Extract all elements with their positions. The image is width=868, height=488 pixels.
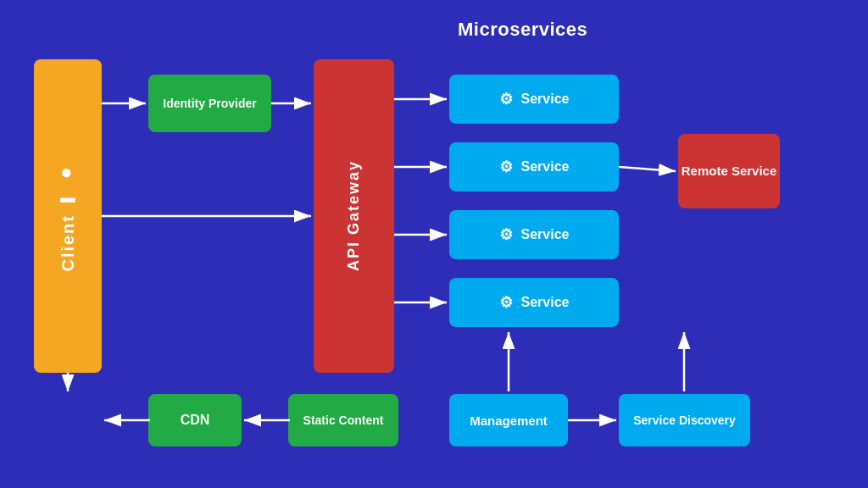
client-person-icon: ●▬ [60,160,75,208]
gear-icon-3: ⚙ [499,225,513,244]
remote-service-label: Remote Service [682,163,777,180]
api-gateway-label: API Gateway [345,160,363,271]
service-box-1: ⚙ Service [449,75,619,124]
gear-icon-1: ⚙ [499,90,513,108]
cdn-label: CDN [181,413,210,428]
gear-icon-2: ⚙ [499,158,513,176]
diagram-container: Microservices ●▬ Client Identity Provide… [0,0,868,488]
service-box-2: ⚙ Service [449,142,619,191]
static-content-box: Static Content [288,394,398,446]
service-box-3: ⚙ Service [449,210,619,259]
microservices-title: Microservices [458,19,587,41]
client-box: ●▬ Client [34,59,102,373]
identity-provider-label: Identity Provider [163,96,256,111]
service-discovery-box: Service Discovery [619,394,750,446]
service-label-1: Service [521,92,570,107]
identity-provider-box: Identity Provider [148,75,271,132]
service-label-2: Service [521,159,570,175]
service-box-4: ⚙ Service [449,278,619,327]
cdn-box: CDN [148,394,242,446]
service-label-4: Service [521,295,570,310]
remote-service-box: Remote Service [678,134,780,208]
management-label: Management [470,413,548,428]
service-discovery-label: Service Discovery [633,413,736,427]
management-box: Management [449,394,568,446]
gear-icon-4: ⚙ [499,293,513,312]
api-gateway-box: API Gateway [314,59,394,373]
arrow-service2-to-remote [619,167,676,171]
client-label: Client [58,214,78,272]
service-label-3: Service [521,227,570,242]
static-content-label: Static Content [303,413,384,427]
